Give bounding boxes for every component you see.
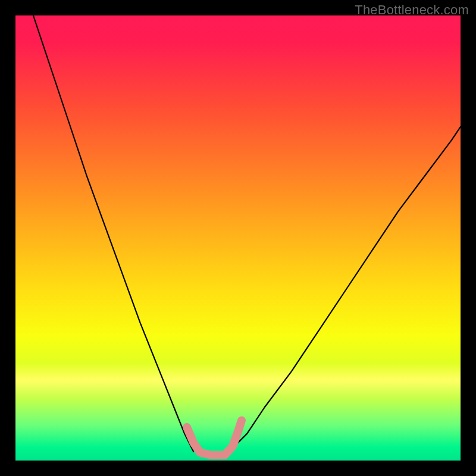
outer-frame: TheBottleneck.com [0, 0, 476, 476]
watermark-text: TheBottleneck.com [355, 2, 469, 18]
chart-svg [15, 15, 461, 461]
plot-area [15, 15, 461, 461]
gradient-background [15, 15, 461, 461]
